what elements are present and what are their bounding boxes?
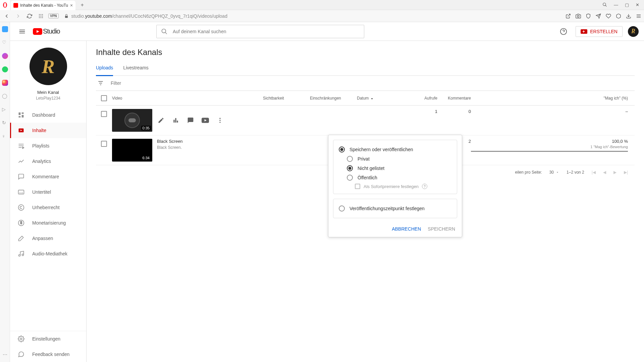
tab-uploads[interactable]: Uploads bbox=[96, 62, 113, 76]
back-button[interactable] bbox=[3, 12, 11, 20]
video-thumbnail[interactable]: 0:35 bbox=[112, 109, 152, 132]
forward-button[interactable] bbox=[14, 12, 22, 20]
page-last-button[interactable]: ▶| bbox=[624, 170, 628, 175]
os-messenger-icon[interactable] bbox=[2, 53, 8, 59]
popout-icon[interactable] bbox=[566, 13, 571, 19]
nav-dashboard[interactable]: Dashboard bbox=[10, 107, 86, 123]
row-checkbox[interactable] bbox=[101, 141, 107, 147]
col-date[interactable]: Datum bbox=[357, 96, 404, 101]
os-whatsapp-icon[interactable] bbox=[2, 66, 8, 72]
analytics-icon bbox=[17, 158, 25, 165]
os-bulb-icon[interactable]: ♀ bbox=[2, 133, 8, 139]
svg-point-22 bbox=[162, 29, 166, 33]
radio-unlisted[interactable]: Nicht gelistet bbox=[339, 164, 451, 173]
copyright-icon bbox=[17, 204, 25, 211]
radio-private[interactable]: Privat bbox=[339, 154, 451, 164]
comments-button[interactable] bbox=[186, 116, 195, 124]
svg-marker-37 bbox=[22, 147, 24, 148]
help-icon[interactable]: ? bbox=[422, 184, 427, 189]
os-play-icon[interactable]: ▷ bbox=[2, 107, 8, 113]
nav-analytics[interactable]: Analytics bbox=[10, 154, 86, 169]
nav-audio[interactable]: Audio-Mediathek bbox=[10, 246, 86, 261]
shield-icon[interactable] bbox=[586, 13, 591, 19]
download-icon[interactable] bbox=[626, 13, 631, 19]
heart-icon[interactable] bbox=[606, 13, 611, 19]
video-thumbnail[interactable]: 6:34 bbox=[112, 139, 152, 162]
row-checkbox[interactable] bbox=[101, 111, 107, 117]
help-button[interactable] bbox=[557, 25, 570, 38]
close-window-icon[interactable]: ✕ bbox=[636, 2, 639, 7]
playlists-icon bbox=[17, 142, 25, 149]
svg-rect-9 bbox=[42, 15, 43, 16]
os-history-icon[interactable]: ↻ bbox=[2, 120, 8, 126]
cancel-button[interactable]: ABBRECHEN bbox=[392, 226, 421, 232]
col-views: Aufrufe bbox=[404, 96, 437, 101]
os-instagram-icon[interactable] bbox=[2, 80, 8, 86]
save-button[interactable]: SPEICHERN bbox=[428, 226, 455, 232]
nav-settings[interactable]: Einstellungen bbox=[10, 331, 86, 347]
youtube-button[interactable] bbox=[201, 116, 209, 124]
create-button[interactable]: ERSTELLEN bbox=[576, 26, 623, 37]
user-avatar[interactable]: R bbox=[628, 26, 639, 37]
svg-point-14 bbox=[577, 15, 579, 17]
tab-livestreams[interactable]: Livestreams bbox=[123, 62, 148, 75]
page-prev-button[interactable]: ◀ bbox=[603, 170, 606, 175]
svg-rect-27 bbox=[583, 31, 585, 32]
channel-avatar[interactable]: R bbox=[30, 48, 67, 85]
col-visibility: Sichtbarkeit bbox=[263, 96, 310, 101]
nav-feedback[interactable]: Feedback senden bbox=[10, 347, 86, 362]
nav-comments[interactable]: Kommentare bbox=[10, 169, 86, 184]
select-all-checkbox[interactable] bbox=[101, 95, 107, 101]
tab-close-icon[interactable]: × bbox=[70, 3, 73, 8]
reload-button[interactable] bbox=[25, 12, 34, 20]
nav-playlists[interactable]: Playlists bbox=[10, 138, 86, 154]
send-icon[interactable] bbox=[596, 13, 601, 19]
radio-save-or-publish[interactable]: Speichern oder veröffentlichen bbox=[339, 145, 451, 154]
minimize-icon[interactable]: — bbox=[614, 2, 618, 7]
more-button[interactable] bbox=[216, 116, 224, 124]
svg-rect-28 bbox=[19, 113, 21, 115]
feedback-icon bbox=[17, 351, 25, 358]
filter-input[interactable] bbox=[111, 80, 169, 86]
video-title[interactable]: Black Screen bbox=[157, 139, 183, 144]
premiere-checkbox[interactable] bbox=[355, 184, 360, 189]
radio-public[interactable]: Öffentlich bbox=[339, 173, 451, 182]
svg-line-3 bbox=[605, 5, 607, 7]
os-heart-icon[interactable]: ♡ bbox=[2, 40, 8, 46]
vpn-badge[interactable]: VPN bbox=[48, 13, 59, 18]
svg-rect-30 bbox=[22, 115, 24, 118]
camera-icon[interactable] bbox=[576, 13, 581, 19]
nav-content[interactable]: Inhalte bbox=[10, 123, 86, 138]
maximize-icon[interactable]: ▢ bbox=[625, 2, 629, 7]
apps-icon[interactable] bbox=[37, 12, 45, 20]
page-next-button[interactable]: ▶ bbox=[613, 170, 616, 175]
search-window-icon[interactable] bbox=[602, 2, 607, 7]
url-text[interactable]: studio.youtube.com/channel/UCocN6zQPHQZ_… bbox=[71, 13, 227, 19]
nav-monetization[interactable]: $ Monetarisierung bbox=[10, 215, 86, 231]
new-tab-button[interactable]: + bbox=[78, 1, 86, 9]
page-first-button[interactable]: |◀ bbox=[592, 170, 596, 175]
os-more-icon[interactable]: ⋯ bbox=[3, 352, 7, 357]
svg-point-1 bbox=[4, 3, 6, 7]
per-page-select[interactable]: 30 bbox=[549, 170, 559, 175]
nav-subtitles[interactable]: Untertitel bbox=[10, 184, 86, 200]
menu-icon[interactable] bbox=[636, 13, 641, 19]
search-input[interactable] bbox=[156, 25, 364, 38]
cube-icon[interactable] bbox=[616, 13, 621, 19]
edit-button[interactable] bbox=[157, 116, 165, 124]
lock-icon[interactable] bbox=[64, 14, 69, 18]
radio-schedule[interactable]: Veröffentlichungszeitpunkt festlegen bbox=[339, 204, 451, 213]
sort-down-icon bbox=[370, 96, 374, 100]
nav-copyright[interactable]: Urheberrecht bbox=[10, 200, 86, 215]
analytics-button[interactable] bbox=[172, 116, 180, 124]
os-app-icon[interactable] bbox=[2, 26, 8, 32]
os-circle-icon[interactable]: ◯ bbox=[2, 93, 8, 99]
svg-point-41 bbox=[18, 205, 24, 210]
filter-icon[interactable] bbox=[97, 80, 104, 86]
browser-tab[interactable]: Inhalte des Kanals - YouTu × bbox=[11, 1, 75, 10]
nav-customization[interactable]: Anpassen bbox=[10, 231, 86, 246]
radio-icon bbox=[339, 146, 345, 153]
youtube-studio-logo[interactable]: Studio bbox=[33, 27, 60, 35]
hamburger-button[interactable] bbox=[15, 25, 29, 38]
dashboard-icon bbox=[17, 112, 25, 118]
